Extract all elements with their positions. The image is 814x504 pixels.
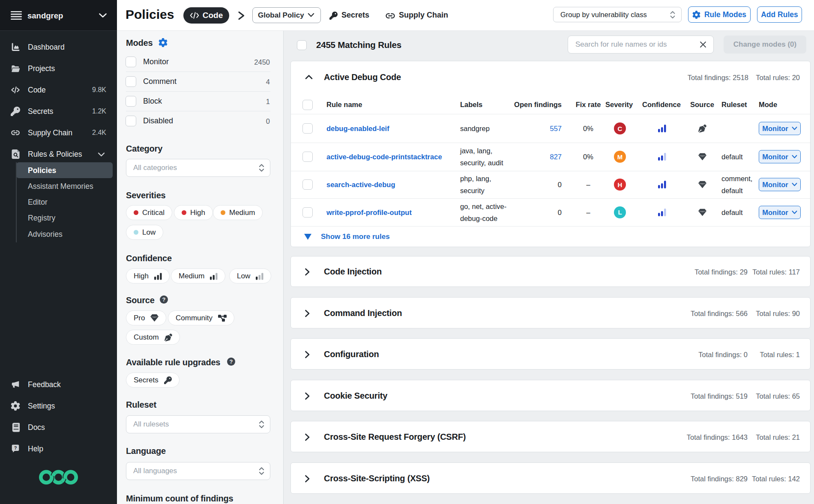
svg-text:?: ? [14,445,17,450]
